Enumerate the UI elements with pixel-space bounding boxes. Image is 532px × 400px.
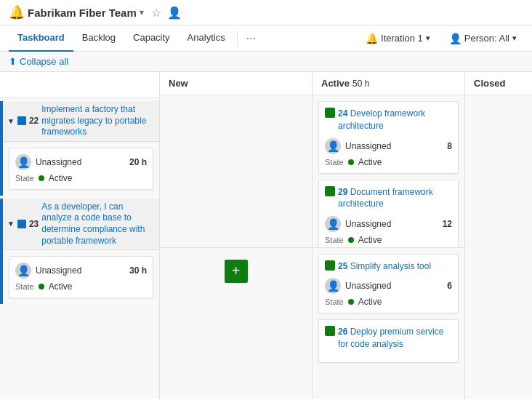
card-29-id: 29 bbox=[338, 187, 350, 197]
chevron-down-icon[interactable]: ▾ bbox=[140, 7, 144, 17]
card-26-title-text: Deploy premium service for code analysis bbox=[338, 327, 443, 349]
state-label-25: State bbox=[325, 297, 344, 306]
section1-body: 👤 Unassigned 20 h State Active bbox=[3, 142, 159, 196]
column-active-header: Active 50 h bbox=[313, 72, 464, 95]
avatar-1: 👤 bbox=[15, 154, 31, 170]
state-dot-24 bbox=[348, 159, 354, 165]
avatar-2: 👤 bbox=[15, 263, 31, 279]
hours-2: 30 h bbox=[129, 265, 147, 276]
column-new-header: New bbox=[160, 72, 312, 95]
team-icon: 🔔 bbox=[9, 4, 25, 20]
card-25-title-text: Simplify analysis tool bbox=[350, 261, 431, 271]
iteration-label: Iteration 1 bbox=[381, 33, 423, 44]
card-24-title: 24 Develop framework architecture bbox=[338, 108, 452, 132]
avatar-icon-1: 👤 bbox=[17, 156, 30, 168]
state-label-24: State bbox=[325, 158, 344, 167]
state-text-24: Active bbox=[358, 157, 382, 167]
avatar-24: 👤 bbox=[325, 138, 341, 154]
top-bar: 🔔 Fabrikam Fiber Team ▾ ☆ 👤 bbox=[0, 0, 532, 25]
assignee-1: Unassigned bbox=[36, 157, 125, 167]
card-25[interactable]: 25 Simplify analysis tool 👤 Unassigned 6 bbox=[318, 254, 459, 314]
collapse-arrows-icon: ⬆ bbox=[9, 56, 17, 67]
nav-more-button[interactable]: ··· bbox=[241, 29, 262, 48]
hours-1: 20 h bbox=[129, 157, 147, 167]
column-closed-label: Closed bbox=[474, 78, 505, 89]
column-active-section2-body: 25 Simplify analysis tool 👤 Unassigned 6 bbox=[313, 248, 464, 400]
person-label: Person: All bbox=[464, 33, 509, 44]
column-active-hours: 50 h bbox=[352, 79, 369, 89]
nav-right: 🔔 Iteration 1 ▾ 👤 Person: All ▾ bbox=[359, 29, 523, 48]
card-25-title: 25 Simplify analysis tool bbox=[338, 260, 431, 273]
state-dot-1 bbox=[39, 175, 44, 181]
tab-taskboard[interactable]: Taskboard bbox=[9, 25, 73, 52]
state-text-29: Active bbox=[358, 235, 382, 245]
collapse-all-label: Collapse all bbox=[20, 56, 68, 67]
avatar-25: 👤 bbox=[325, 278, 341, 294]
left-card-2[interactable]: 👤 Unassigned 30 h State Active bbox=[9, 256, 153, 298]
person-selector[interactable]: 👤 Person: All ▾ bbox=[443, 29, 523, 48]
left-panel: ▼ 22 Implement a factory that migrates l… bbox=[0, 72, 160, 399]
avatar-icon-29: 👤 bbox=[327, 218, 339, 230]
avatar-29: 👤 bbox=[325, 216, 341, 232]
column-new: New + bbox=[160, 72, 313, 399]
card-26-title: 26 Deploy premium service for code analy… bbox=[338, 326, 452, 351]
section2-id: 23 bbox=[29, 219, 39, 229]
card-29-title: 29 Document framework architecture bbox=[338, 186, 452, 211]
team-name[interactable]: Fabrikam Fiber Team bbox=[28, 7, 137, 19]
avatar-icon-25: 👤 bbox=[327, 280, 339, 292]
section1-title: Implement a factory that migrates legacy… bbox=[41, 104, 155, 138]
task-icon-26 bbox=[325, 326, 335, 336]
star-icon[interactable]: ☆ bbox=[151, 6, 161, 20]
section2-collapse-arrow: ▼ bbox=[7, 220, 15, 228]
hours-29: 12 bbox=[443, 219, 452, 229]
card-26-id: 26 bbox=[338, 327, 350, 337]
section2-body: 👤 Unassigned 30 h State Active bbox=[3, 250, 159, 304]
section2-title: As a developer, I can analyze a code bas… bbox=[41, 201, 155, 247]
assignee-25: Unassigned bbox=[345, 281, 443, 291]
card-24-id: 24 bbox=[338, 108, 350, 119]
column-closed-header: Closed bbox=[465, 72, 532, 95]
add-card-button[interactable]: + bbox=[225, 260, 248, 283]
state-dot-2 bbox=[39, 284, 44, 289]
column-active-label: Active bbox=[321, 78, 350, 89]
collapse-all-button[interactable]: ⬆ Collapse all bbox=[9, 56, 68, 67]
nav-divider bbox=[237, 31, 238, 46]
task-icon-29 bbox=[325, 186, 335, 196]
section2-dot bbox=[17, 220, 26, 228]
left-header-spacer bbox=[0, 72, 159, 98]
tab-capacity[interactable]: Capacity bbox=[124, 25, 179, 52]
add-person-icon[interactable]: 👤 bbox=[167, 6, 182, 20]
column-closed-body bbox=[465, 95, 532, 399]
section1-id: 22 bbox=[29, 116, 39, 126]
person-icon: 👤 bbox=[449, 33, 462, 44]
iteration-selector[interactable]: 🔔 Iteration 1 ▾ bbox=[359, 29, 437, 48]
state-text-25: Active bbox=[358, 297, 382, 307]
state-label-1: State bbox=[15, 174, 34, 183]
card-25-id: 25 bbox=[338, 261, 350, 271]
left-card-1[interactable]: 👤 Unassigned 20 h State Active bbox=[9, 148, 153, 190]
column-new-section2-body: + bbox=[160, 248, 312, 400]
card-26[interactable]: 26 Deploy premium service for code analy… bbox=[318, 319, 459, 363]
card-24[interactable]: 24 Develop framework architecture 👤 Unas… bbox=[318, 101, 459, 174]
assignee-29: Unassigned bbox=[345, 219, 438, 229]
hours-25: 6 bbox=[447, 281, 452, 291]
kanban-area: ▼ 22 Implement a factory that migrates l… bbox=[0, 72, 532, 399]
section1-header[interactable]: ▼ 22 Implement a factory that migrates l… bbox=[3, 101, 159, 142]
column-new-label: New bbox=[169, 78, 188, 89]
section1-collapse-arrow: ▼ bbox=[7, 117, 15, 125]
card-29[interactable]: 29 Document framework architecture 👤 Una… bbox=[318, 180, 459, 248]
nav-bar: Taskboard Backlog Capacity Analytics ···… bbox=[0, 25, 532, 52]
section1-dot bbox=[17, 116, 26, 125]
section2-header[interactable]: ▼ 23 As a developer, I can analyze a cod… bbox=[3, 199, 159, 250]
card-24-title-text: Develop framework architecture bbox=[338, 108, 425, 131]
column-closed: Closed bbox=[465, 72, 532, 399]
main-content: ⬆ Collapse all ▼ 22 Implement a factory … bbox=[0, 52, 532, 399]
columns-area: New + Active 50 h bbox=[160, 72, 532, 399]
state-label-29: State bbox=[325, 236, 344, 244]
tab-backlog[interactable]: Backlog bbox=[73, 25, 124, 52]
tab-analytics[interactable]: Analytics bbox=[179, 25, 234, 52]
state-dot-25 bbox=[348, 299, 354, 305]
nav-tabs: Taskboard Backlog Capacity Analytics ··· bbox=[9, 25, 262, 52]
column-active: Active 50 h 24 Develop framework archite… bbox=[313, 72, 465, 399]
state-text-2: Active bbox=[49, 281, 73, 292]
